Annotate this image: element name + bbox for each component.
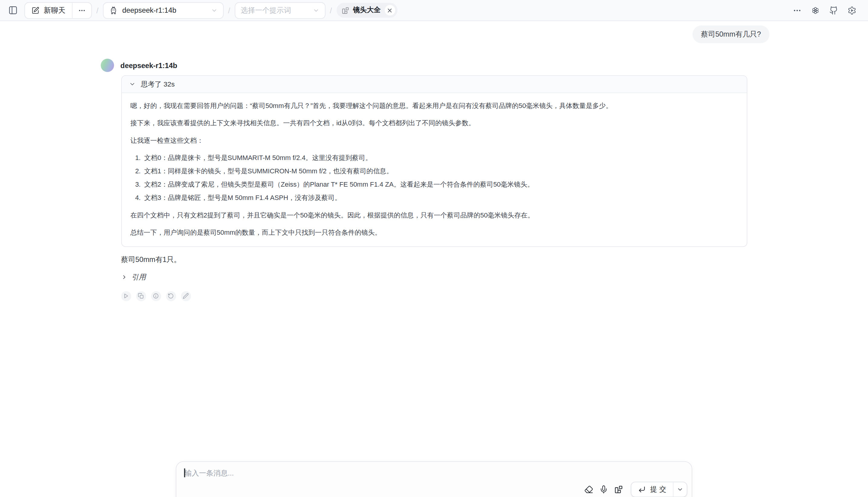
thinking-document-item: 文档2：品牌变成了索尼，但镜头类型是蔡司（Zeiss）的Planar T* FE… [142, 179, 738, 191]
model-selector-value: deepseek-r1:14b [122, 6, 206, 14]
assistant-avatar[interactable] [100, 59, 114, 72]
prompt-selector-placeholder: 选择一个提示词 [241, 5, 308, 15]
knowledge-base-tag[interactable]: 镜头大全 [336, 3, 397, 17]
remove-knowledge-base-button[interactable] [385, 5, 395, 15]
regenerate-button[interactable] [166, 291, 176, 301]
composer-controls: 提交 [584, 482, 687, 497]
ellipsis-icon [78, 6, 86, 14]
prompt-selector[interactable]: 选择一个提示词 [235, 2, 326, 18]
info-button[interactable] [151, 291, 161, 301]
enter-key-icon [638, 485, 646, 493]
thinking-paragraph: 在四个文档中，只有文档2提到了蔡司，并且它确实是一个50毫米的镜头。因此，根据提… [130, 209, 738, 222]
thinking-duration-label: 思考了 32s [141, 80, 175, 89]
chevron-down-icon [677, 486, 683, 493]
sidebar-toggle-button[interactable] [5, 3, 20, 17]
submit-button[interactable]: 提交 [632, 482, 673, 497]
citations-toggle[interactable]: 引用 [121, 272, 160, 282]
breadcrumb-separator: / [96, 6, 98, 15]
submit-options-button[interactable] [674, 482, 687, 497]
panel-left-icon [8, 5, 17, 15]
assistant-answer: 蔡司50mm有1只。 [121, 254, 747, 266]
new-chat-button[interactable]: 新聊天 [25, 2, 72, 18]
thinking-paragraph: 让我逐一检查这些文档： [130, 134, 738, 147]
topbar-right-icons [790, 3, 859, 17]
submit-button-group: 提交 [631, 482, 688, 497]
chevron-down-icon [313, 7, 319, 14]
microphone-icon [599, 485, 608, 494]
ellipsis-icon [793, 6, 801, 15]
chat-area: 蔡司50mm有几只? deepseek-r1:14b 思考了 32s 嗯，好的，… [121, 21, 747, 301]
model-selector[interactable]: deepseek-r1:14b [103, 2, 223, 18]
brain-icon [811, 6, 820, 15]
new-chat-label: 新聊天 [44, 5, 65, 15]
thinking-toggle[interactable]: 思考了 32s [121, 76, 747, 93]
copy-button[interactable] [136, 291, 146, 301]
app-window: 新聊天 / deepseek-r1:14b / 选择一个提示词 [0, 0, 868, 497]
user-message-row: 蔡司50mm有几只? [121, 25, 769, 43]
thinking-document-item: 文档1：同样是徕卡的镜头，型号是SUMMICRON-M 50mm f/2，也没有… [142, 165, 738, 177]
thinking-content: 嗯，好的，我现在需要回答用户的问题：“蔡司50mm有几只？”首先，我要理解这个问… [121, 93, 747, 246]
knowledge-base-icon [342, 6, 349, 14]
thinking-paragraph: 接下来，我应该查看提供的上下文来寻找相关信息。一共有四个文档，id从0到3。每个… [130, 117, 738, 129]
submit-button-label: 提交 [650, 485, 668, 494]
thinking-document-item: 文档3：品牌是铭匠，型号是M 50mm F1.4 ASPH，没有涉及蔡司。 [142, 192, 738, 204]
user-message-bubble: 蔡司50mm有几只? [693, 25, 769, 43]
knowledge-base-icon [614, 485, 623, 494]
eraser-icon [584, 485, 593, 494]
message-actions [121, 291, 747, 301]
voice-input-button[interactable] [599, 485, 608, 494]
edit-button[interactable] [181, 291, 191, 301]
citations-label: 引用 [132, 272, 146, 282]
text-caret [184, 469, 185, 477]
thinking-paragraph: 总结一下，用户询问的是蔡司50mm的数量，而上下文中只找到一只符合条件的镜头。 [130, 226, 738, 239]
message-composer: 提交 [176, 461, 692, 497]
info-icon [153, 293, 159, 299]
chat-more-button[interactable] [73, 2, 91, 18]
ollama-llama-icon [109, 6, 118, 15]
brain-settings-button[interactable] [808, 3, 823, 17]
session-more-button[interactable] [790, 3, 805, 17]
top-bar: 新聊天 / deepseek-r1:14b / 选择一个提示词 [0, 0, 868, 21]
assistant-model-name: deepseek-r1:14b [120, 61, 177, 70]
knowledge-base-button[interactable] [614, 485, 623, 494]
thinking-document-list: 文档0：品牌是徕卡，型号是SUMMARIT-M 50mm f/2.4。这里没有提… [130, 152, 738, 204]
settings-gear-button[interactable] [845, 3, 859, 17]
knowledge-base-tag-label: 镜头大全 [353, 5, 381, 15]
thinking-block: 思考了 32s 嗯，好的，我现在需要回答用户的问题：“蔡司50mm有几只？”首先… [121, 75, 747, 247]
thinking-paragraph: 嗯，好的，我现在需要回答用户的问题：“蔡司50mm有几只？”首先，我要理解这个问… [130, 100, 738, 112]
thinking-document-item: 文档0：品牌是徕卡，型号是SUMMARIT-M 50mm f/2.4。这里没有提… [142, 152, 738, 164]
pencil-icon [183, 293, 189, 299]
gear-play-icon [848, 6, 856, 15]
play-tts-button[interactable] [121, 291, 131, 301]
github-icon [829, 6, 838, 15]
play-icon [123, 293, 129, 299]
chat-actions-group: 新聊天 [25, 2, 92, 18]
breadcrumb-separator: / [228, 6, 230, 15]
clear-context-button[interactable] [584, 485, 593, 494]
chevron-down-icon [129, 81, 135, 88]
square-pen-icon [31, 6, 39, 14]
assistant-message-header: deepseek-r1:14b [100, 59, 726, 72]
github-link-button[interactable] [827, 3, 841, 17]
rotate-ccw-icon [168, 293, 174, 299]
breadcrumb-separator: / [330, 6, 332, 15]
chevron-down-icon [211, 7, 217, 14]
copy-icon [138, 293, 144, 299]
chevron-right-icon [121, 274, 127, 280]
